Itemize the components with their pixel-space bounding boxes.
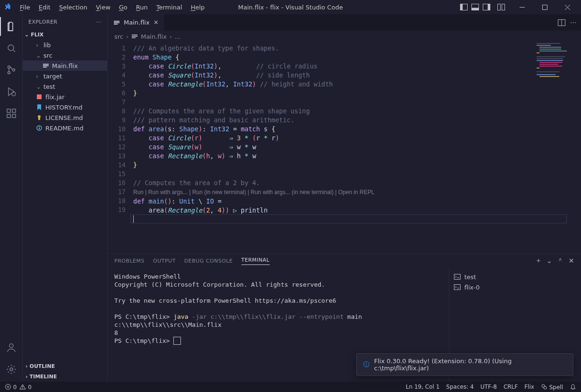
breadcrumb-item[interactable]: ... <box>175 33 180 40</box>
svg-rect-50 <box>537 68 539 68</box>
terminal-entry-label: test <box>464 273 476 281</box>
minimap[interactable] <box>537 42 574 99</box>
svg-rect-53 <box>539 76 559 77</box>
notification-message: Flix 0.30.0 Ready! (Extension: 0.78.0) (… <box>374 358 566 372</box>
svg-rect-8 <box>520 7 525 8</box>
menu-run[interactable]: Run <box>132 2 152 13</box>
menu-bar: File Edit Selection View Go Run Terminal… <box>16 2 208 13</box>
status-encoding[interactable]: UTF-8 <box>480 383 497 390</box>
status-errors[interactable]: 0 <box>5 383 17 391</box>
svg-point-14 <box>12 92 16 96</box>
window-close-icon[interactable] <box>557 0 577 14</box>
menu-selection[interactable]: Selection <box>55 2 91 13</box>
explorer-root[interactable]: ⌄FLIX <box>23 29 107 40</box>
status-spell-label: Spell <box>549 384 563 391</box>
svg-rect-49 <box>539 66 562 67</box>
svg-rect-32 <box>114 24 118 25</box>
svg-rect-48 <box>539 64 558 65</box>
flix-file-icon <box>43 62 49 69</box>
notification-toast[interactable]: ⓘ Flix 0.30.0 Ready! (Extension: 0.78.0)… <box>356 353 573 376</box>
tab-close-icon[interactable]: ✕ <box>154 19 159 26</box>
menu-go[interactable]: Go <box>115 2 131 13</box>
info-icon: ⓘ <box>363 360 369 369</box>
file-history-md[interactable]: HISTORY.md <box>23 102 107 112</box>
svg-rect-30 <box>114 21 120 22</box>
svg-rect-24 <box>37 94 42 99</box>
menu-edit[interactable]: Edit <box>35 2 54 13</box>
panel-close-icon[interactable]: ✕ <box>569 257 574 264</box>
window-minimize-icon[interactable] <box>512 0 532 14</box>
status-eol[interactable]: CRLF <box>504 383 518 390</box>
editor-scrollbar[interactable] <box>574 42 581 253</box>
status-warnings[interactable]: 0 <box>19 383 31 391</box>
status-language[interactable]: Flix <box>524 383 534 390</box>
tab-main-flix[interactable]: Main.flix ✕ <box>108 14 165 31</box>
svg-rect-38 <box>537 43 560 44</box>
jar-file-icon <box>36 94 43 100</box>
editor-more-icon[interactable]: ⋯ <box>570 19 576 26</box>
file-main-flix[interactable]: Main.flix <box>23 60 107 71</box>
toggle-primary-sidebar-icon[interactable] <box>460 3 468 11</box>
menu-view[interactable]: View <box>92 2 114 13</box>
status-spell[interactable]: Spell <box>541 383 563 391</box>
svg-rect-57 <box>23 386 23 387</box>
breadcrumb-item[interactable]: src <box>114 33 123 40</box>
activity-search-icon[interactable] <box>0 39 23 58</box>
status-notifications-icon[interactable] <box>570 383 576 390</box>
activity-run-debug-icon[interactable] <box>0 82 23 101</box>
folder-target[interactable]: ›target <box>23 71 107 81</box>
code-content[interactable]: /// An algebraic data type for shapes. e… <box>130 42 581 253</box>
flix-file-icon <box>113 19 120 26</box>
activity-explorer-icon[interactable] <box>0 17 23 36</box>
panel-tab-debug[interactable]: DEBUG CONSOLE <box>184 258 233 264</box>
folder-lib[interactable]: ›lib <box>23 40 107 50</box>
folder-label: src <box>43 52 52 59</box>
customize-layout-icon[interactable] <box>497 3 505 11</box>
terminal-entry[interactable]: test <box>454 272 576 282</box>
svg-rect-35 <box>132 34 137 35</box>
svg-rect-18 <box>12 109 16 112</box>
svg-rect-1 <box>461 4 463 10</box>
outline-section[interactable]: ›OUTLINE <box>23 361 107 371</box>
panel-maximize-icon[interactable]: ＾ <box>557 256 564 265</box>
activity-accounts-icon[interactable] <box>0 338 23 357</box>
svg-rect-54 <box>454 274 461 280</box>
status-lncol[interactable]: Ln 19, Col 1 <box>406 383 440 390</box>
folder-src[interactable]: ⌄src <box>23 50 107 60</box>
folder-test[interactable]: ⌄test <box>23 81 107 92</box>
svg-point-20 <box>10 368 13 371</box>
menu-file[interactable]: File <box>16 2 34 13</box>
file-label: README.md <box>45 125 84 132</box>
svg-point-10 <box>8 45 14 51</box>
split-editor-icon[interactable] <box>558 19 565 26</box>
panel-tab-terminal[interactable]: TERMINAL <box>241 257 270 265</box>
file-readme-md[interactable]: README.md <box>23 123 107 133</box>
menu-help[interactable]: Help <box>187 2 209 13</box>
toggle-panel-icon[interactable] <box>471 3 479 11</box>
svg-rect-41 <box>539 49 561 50</box>
svg-rect-42 <box>539 51 567 51</box>
file-flix-jar[interactable]: flix.jar <box>23 92 107 102</box>
breadcrumb-item[interactable]: Main.flix <box>141 33 167 40</box>
panel-tab-output[interactable]: OUTPUT <box>153 258 176 264</box>
svg-rect-51 <box>537 71 559 72</box>
terminal-split-dropdown-icon[interactable]: ⌄ <box>547 257 552 264</box>
svg-rect-55 <box>454 285 461 290</box>
explorer-more-icon[interactable]: ⋯ <box>96 19 102 25</box>
activity-settings-icon[interactable] <box>0 360 23 379</box>
toggle-secondary-sidebar-icon[interactable] <box>482 3 491 11</box>
file-license-md[interactable]: LICENSE.md <box>23 112 107 123</box>
menu-terminal[interactable]: Terminal <box>153 2 186 13</box>
breadcrumb[interactable]: src › Main.flix › ... <box>108 31 581 42</box>
window-maximize-icon[interactable] <box>535 0 555 14</box>
terminal-entry[interactable]: flix-0 <box>454 282 576 292</box>
code-editor[interactable]: 12345678910111213141516171819 /// An alg… <box>108 42 581 253</box>
activity-scm-icon[interactable] <box>0 60 23 79</box>
status-spaces[interactable]: Spaces: 4 <box>446 383 474 390</box>
svg-rect-21 <box>43 64 49 65</box>
panel-tab-problems[interactable]: PROBLEMS <box>114 258 145 264</box>
timeline-section[interactable]: ›TIMELINE <box>23 371 107 382</box>
activity-extensions-icon[interactable] <box>0 104 23 123</box>
svg-rect-36 <box>132 36 137 37</box>
new-terminal-icon[interactable]: ＋ <box>535 256 542 265</box>
